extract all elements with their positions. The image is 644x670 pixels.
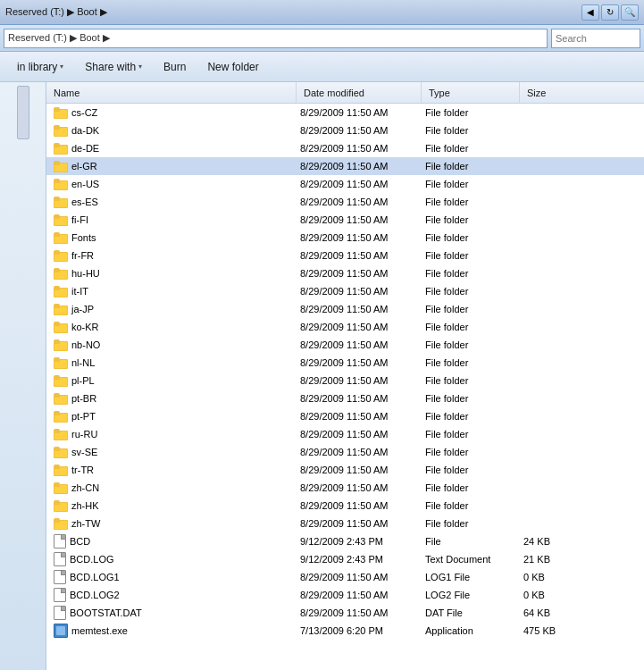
file-name-text: de-DE — [71, 143, 99, 154]
file-date-cell: 8/29/2009 11:50 AM — [297, 264, 422, 282]
table-row[interactable]: pt-BR8/29/2009 11:50 AMFile folder — [46, 389, 644, 407]
file-type-cell: File folder — [422, 443, 520, 461]
table-row[interactable]: Fonts8/29/2009 11:50 AMFile folder — [46, 229, 644, 247]
table-row[interactable]: BCD.LOG9/12/2009 2:43 PMText Document21 … — [46, 550, 644, 568]
table-row[interactable]: ru-RU8/29/2009 11:50 AMFile folder — [46, 425, 644, 443]
file-type-cell: File folder — [422, 318, 520, 336]
file-date-cell: 8/29/2009 11:50 AM — [297, 389, 422, 407]
file-name-text: memtest.exe — [71, 625, 128, 636]
table-row[interactable]: de-DE8/29/2009 11:50 AMFile folder — [46, 139, 644, 157]
file-name-cell: BOOTSTAT.DAT — [46, 604, 297, 622]
file-date-cell: 8/29/2009 11:50 AM — [297, 443, 422, 461]
table-row[interactable]: cs-CZ8/29/2009 11:50 AMFile folder — [46, 104, 644, 121]
file-type-cell: Text Document — [422, 550, 520, 568]
file-date-cell: 8/29/2009 11:50 AM — [297, 586, 422, 604]
file-name-cell: BCD.LOG2 — [46, 586, 297, 604]
file-size-cell — [520, 389, 591, 407]
file-date-cell: 8/29/2009 11:50 AM — [297, 479, 422, 497]
file-name-cell: BCD — [46, 532, 297, 550]
folder-icon — [54, 482, 68, 494]
file-size-cell — [520, 229, 591, 247]
file-icon — [54, 606, 66, 620]
table-row[interactable]: nl-NL8/29/2009 11:50 AMFile folder — [46, 354, 644, 372]
file-size-cell — [520, 372, 591, 389]
table-row[interactable]: sv-SE8/29/2009 11:50 AMFile folder — [46, 443, 644, 461]
table-row[interactable]: en-US8/29/2009 11:50 AMFile folder — [46, 175, 644, 193]
file-date-cell: 9/12/2009 2:43 PM — [297, 532, 422, 550]
file-size-cell — [520, 443, 591, 461]
file-type-cell: File folder — [422, 479, 520, 497]
table-row[interactable]: fi-FI8/29/2009 11:50 AMFile folder — [46, 211, 644, 229]
table-row[interactable]: da-DK8/29/2009 11:50 AMFile folder — [46, 121, 644, 139]
file-name-cell: el-GR — [46, 157, 297, 175]
share-with-button[interactable]: Share with ▾ — [75, 55, 152, 79]
file-type-cell: File folder — [422, 193, 520, 211]
col-header-name[interactable]: Name — [46, 82, 297, 103]
table-row[interactable]: zh-TW8/29/2009 11:50 AMFile folder — [46, 515, 644, 532]
file-type-cell: File folder — [422, 372, 520, 389]
sidebar-scrollbar[interactable] — [17, 86, 29, 139]
file-name-text: BCD.LOG — [70, 554, 114, 565]
address-path-text: Reserved (T:) ▶ Boot ▶ — [8, 32, 110, 44]
file-size-cell: 0 KB — [520, 568, 591, 586]
library-button[interactable]: in library ▾ — [7, 55, 73, 79]
file-size-cell — [520, 479, 591, 497]
col-header-date[interactable]: Date modified — [297, 82, 422, 103]
table-row[interactable]: BOOTSTAT.DAT8/29/2009 11:50 AMDAT File64… — [46, 604, 644, 622]
file-name-text: nb-NO — [71, 339, 100, 350]
new-folder-button[interactable]: New folder — [197, 55, 268, 79]
file-date-cell: 8/29/2009 11:50 AM — [297, 282, 422, 300]
table-row[interactable]: el-GR8/29/2009 11:50 AMFile folder — [46, 157, 644, 175]
col-header-size[interactable]: Size — [520, 82, 591, 103]
file-type-cell: DAT File — [422, 604, 520, 622]
table-row[interactable]: pl-PL8/29/2009 11:50 AMFile folder — [46, 372, 644, 389]
table-row[interactable]: pt-PT8/29/2009 11:50 AMFile folder — [46, 407, 644, 425]
burn-button[interactable]: Burn — [154, 55, 196, 79]
file-date-cell: 8/29/2009 11:50 AM — [297, 104, 422, 121]
search-title-button[interactable]: 🔍 — [621, 4, 639, 21]
file-name-text: zh-HK — [71, 500, 99, 511]
file-name-text: BCD.LOG1 — [70, 572, 120, 582]
nav-back-button[interactable]: ◀ — [581, 4, 599, 21]
file-type-cell: LOG1 File — [422, 568, 520, 586]
table-row[interactable]: fr-FR8/29/2009 11:50 AMFile folder — [46, 247, 644, 264]
table-row[interactable]: zh-HK8/29/2009 11:50 AMFile folder — [46, 497, 644, 515]
table-row[interactable]: tr-TR8/29/2009 11:50 AMFile folder — [46, 461, 644, 479]
folder-icon — [54, 375, 68, 387]
folder-icon — [54, 268, 68, 280]
file-list[interactable]: cs-CZ8/29/2009 11:50 AMFile folderda-DK8… — [46, 104, 644, 670]
file-date-cell: 8/29/2009 11:50 AM — [297, 461, 422, 479]
file-name-text: nl-NL — [71, 357, 95, 368]
library-label: in library — [17, 61, 57, 73]
file-size-cell — [520, 354, 591, 372]
file-name-text: pt-BR — [71, 393, 96, 404]
file-size-cell — [520, 282, 591, 300]
table-row[interactable]: nb-NO8/29/2009 11:50 AMFile folder — [46, 336, 644, 354]
folder-icon — [54, 339, 68, 351]
file-name-cell: tr-TR — [46, 461, 297, 479]
table-row[interactable]: es-ES8/29/2009 11:50 AMFile folder — [46, 193, 644, 211]
file-name-cell: es-ES — [46, 193, 297, 211]
refresh-button[interactable]: ↻ — [601, 4, 619, 21]
file-type-cell: File folder — [422, 175, 520, 193]
col-header-type[interactable]: Type — [422, 82, 520, 103]
file-name-text: pl-PL — [71, 375, 95, 386]
table-row[interactable]: BCD.LOG18/29/2009 11:50 AMLOG1 File0 KB — [46, 568, 644, 586]
search-input[interactable] — [551, 29, 640, 48]
address-path[interactable]: Reserved (T:) ▶ Boot ▶ — [4, 29, 548, 48]
table-row[interactable]: ja-JP8/29/2009 11:50 AMFile folder — [46, 300, 644, 318]
folder-icon — [54, 232, 68, 244]
file-type-cell: File folder — [422, 229, 520, 247]
table-row[interactable]: memtest.exe7/13/2009 6:20 PMApplication4… — [46, 622, 644, 640]
table-row[interactable]: it-IT8/29/2009 11:50 AMFile folder — [46, 282, 644, 300]
table-row[interactable]: BCD9/12/2009 2:43 PMFile24 KB — [46, 532, 644, 550]
table-row[interactable]: hu-HU8/29/2009 11:50 AMFile folder — [46, 264, 644, 282]
file-name-text: ru-RU — [71, 429, 97, 440]
folder-icon — [54, 429, 68, 440]
table-row[interactable]: ko-KR8/29/2009 11:50 AMFile folder — [46, 318, 644, 336]
table-row[interactable]: BCD.LOG28/29/2009 11:50 AMLOG2 File0 KB — [46, 586, 644, 604]
file-date-cell: 8/29/2009 11:50 AM — [297, 372, 422, 389]
file-type-cell: File folder — [422, 354, 520, 372]
file-name-text: Fonts — [71, 232, 96, 243]
table-row[interactable]: zh-CN8/29/2009 11:50 AMFile folder — [46, 479, 644, 497]
